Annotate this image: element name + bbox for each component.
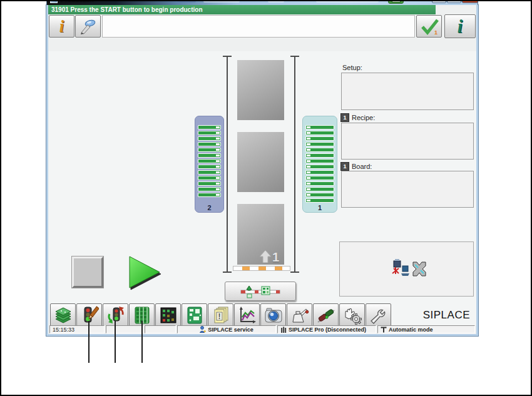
- feeder-slot-nub: [216, 143, 220, 145]
- feeder-slot-nub: [216, 155, 220, 156]
- feeder-slot-nub: [307, 183, 310, 185]
- feeder-slot-nub: [307, 200, 310, 201]
- info-button[interactable]: i: [49, 15, 74, 38]
- feeder-slot: [198, 142, 221, 146]
- status-empty-2: [145, 325, 176, 333]
- feeder-slot-nub: [216, 132, 220, 134]
- status-mode-label: Automatic mode: [389, 327, 433, 333]
- feeder-slot: [198, 159, 221, 163]
- feeder-slot-nub: [307, 126, 310, 128]
- setup-value-box: [341, 73, 474, 110]
- feeder-slot: [198, 193, 221, 197]
- feeder-slots: [198, 125, 221, 197]
- callout-line-3: [141, 321, 143, 363]
- feeder-slot-nub: [307, 149, 310, 151]
- status-connection-label: SIPLACE Pro (Disconnected): [289, 327, 366, 333]
- feeder-slot: [198, 153, 221, 158]
- statistics-button[interactable]: [234, 303, 260, 327]
- title-bar[interactable]: Production ×: [46, 0, 478, 5]
- minimize-button[interactable]: [432, 0, 446, 3]
- feeder-slot-nub: [216, 149, 220, 151]
- confirm-button[interactable]: 1: [416, 15, 442, 38]
- status-empty-1: [106, 325, 143, 333]
- print-icon[interactable]: [388, 0, 404, 4]
- production-window: Production × 31901 Press the START butto…: [46, 5, 478, 336]
- feeder-slot: [305, 176, 334, 180]
- feeder-slot: [305, 193, 334, 197]
- bottom-toolbar: !: [50, 303, 391, 327]
- conveyor-belt: [233, 266, 290, 271]
- rail-cap: [290, 272, 299, 273]
- feeder-slots: [305, 125, 334, 203]
- print-tray: [392, 0, 401, 3]
- feeder-bank-1[interactable]: 1: [302, 116, 337, 213]
- titlebar-ghost: [316, 0, 379, 3]
- feeder-slot-nub: [216, 188, 220, 190]
- feeder-slot: [305, 165, 334, 169]
- magnifier-pen-icon: [79, 18, 97, 35]
- feeder-slot-nub: [216, 166, 220, 168]
- plant-icon: [280, 327, 287, 333]
- feeder-bank-2[interactable]: 2: [195, 116, 224, 213]
- callout-line-2: [115, 321, 116, 363]
- titlebar-ghost: [203, 0, 240, 3]
- board-label: Board:: [352, 163, 372, 170]
- feeder-slot-nub: [307, 166, 310, 168]
- feeder-slot: [305, 148, 334, 152]
- feeder-slot: [305, 181, 334, 186]
- pcb-board: [237, 132, 284, 192]
- start-button[interactable]: [128, 255, 162, 290]
- maximize-button[interactable]: [447, 0, 461, 3]
- feeder-slot-nub: [307, 155, 310, 156]
- component-status-button[interactable]: [155, 303, 181, 327]
- board-number: 1: [272, 251, 279, 263]
- feeder-slot-nub: [216, 183, 220, 185]
- feeder-slot: [305, 198, 334, 203]
- close-button[interactable]: ×: [462, 0, 478, 3]
- feeder-slot-nub: [216, 126, 220, 128]
- pcb-view-button[interactable]: [182, 303, 207, 327]
- board-transport-icon: [240, 285, 281, 298]
- oiler-button[interactable]: [287, 303, 312, 327]
- feeder-slot: [305, 131, 334, 135]
- status-mode: Automatic mode: [377, 325, 475, 333]
- window-title: Production: [61, 0, 94, 3]
- board-stack-button[interactable]: [50, 303, 76, 327]
- feeder-slot: [198, 170, 221, 175]
- recipe-level-icon: 1: [340, 113, 349, 122]
- board-direction: 1: [260, 250, 279, 263]
- mode-t-icon: [381, 327, 387, 333]
- help-button[interactable]: i: [444, 14, 476, 38]
- feeder-slot: [305, 136, 334, 141]
- rail-cap: [223, 56, 232, 57]
- feeder-slot: [198, 181, 221, 186]
- feeder-slot-nub: [307, 132, 310, 134]
- manual-gear-button[interactable]: [339, 303, 365, 327]
- close-icon: ×: [468, 0, 472, 2]
- feeder-slot-nub: [216, 177, 220, 179]
- error-log-icon: !: [212, 306, 230, 325]
- feeder-slot: [305, 153, 334, 158]
- stop-button[interactable]: [72, 256, 103, 288]
- splice-button[interactable]: [313, 303, 339, 327]
- feeder-slot-nub: [307, 194, 310, 196]
- feeder-slot: [305, 142, 334, 146]
- svg-text:!: !: [218, 312, 220, 321]
- feeder-slot: [305, 170, 334, 175]
- feeder-slot: [198, 148, 221, 152]
- wrench-button[interactable]: [366, 303, 391, 327]
- pcb-board-active: 1: [237, 204, 284, 265]
- camera-button[interactable]: [260, 303, 286, 327]
- error-log-button[interactable]: !: [208, 303, 233, 327]
- board-value-box: [341, 171, 474, 208]
- app-icon: [50, 0, 58, 3]
- minimize-icon: [437, 0, 442, 1]
- conveyor-rail-right: [294, 56, 295, 272]
- maximize-icon: [452, 0, 457, 1]
- sign-button[interactable]: [75, 15, 101, 38]
- feeder-slot-nub: [307, 188, 310, 190]
- camera-icon: [264, 306, 283, 325]
- board-transport-button[interactable]: [225, 282, 296, 301]
- message-field[interactable]: [102, 15, 415, 38]
- info-i-icon: i: [59, 17, 64, 36]
